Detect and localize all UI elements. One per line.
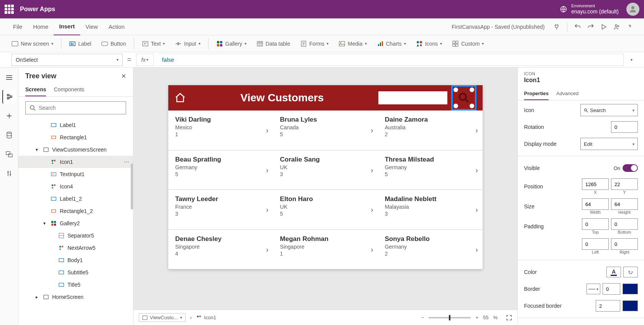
tree-node[interactable]: Label1 [18, 119, 133, 131]
position-y-input[interactable] [611, 178, 638, 190]
tree-node[interactable]: Label1_2 [18, 193, 133, 205]
home-icon[interactable] [174, 92, 186, 104]
button-button[interactable]: Button [97, 38, 130, 50]
chevron-down-icon[interactable]: ▾ [34, 147, 40, 153]
tree-node[interactable]: Subtitle5 [18, 266, 133, 279]
waffle-icon[interactable] [5, 5, 14, 14]
media-button[interactable]: Media▾ [335, 38, 370, 50]
environment-selector[interactable]: Environment enayu.com (default) [560, 3, 619, 15]
color-reset-button[interactable] [623, 267, 638, 277]
scrollbar[interactable] [131, 163, 133, 210]
advanced-tools-icon[interactable] [2, 167, 16, 180]
padding-top-input[interactable] [582, 218, 609, 230]
chevron-right-icon[interactable]: › [266, 165, 269, 174]
tree-search[interactable] [25, 101, 126, 114]
chevron-right-icon[interactable]: › [475, 245, 478, 254]
chevron-right-icon[interactable]: › [371, 126, 373, 135]
tree-node[interactable]: Icon4 [18, 180, 133, 193]
icon-prop-select[interactable]: Search▾ [580, 104, 638, 116]
gallery-cell[interactable]: Beau SpratlingGermany5› [168, 150, 273, 190]
hamburger-icon[interactable] [2, 71, 16, 84]
chevron-right-icon[interactable]: ▸ [34, 294, 40, 300]
gallery-cell[interactable]: Elton HaroUK5› [273, 190, 378, 230]
data-table-button[interactable]: Data table [253, 38, 294, 50]
close-icon[interactable]: ✕ [121, 73, 126, 80]
chevron-down-icon[interactable]: ▾ [41, 220, 48, 226]
gallery-cell[interactable]: Sonya RebelloGermany2› [378, 230, 483, 270]
text-button[interactable]: Text▾ [138, 38, 169, 50]
tree-node[interactable]: Separator5 [18, 229, 133, 242]
focused-border-input[interactable] [596, 300, 620, 312]
tree-node[interactable]: Rectangle1 [18, 131, 133, 144]
chevron-right-icon[interactable]: › [475, 165, 478, 174]
chevron-right-icon[interactable]: › [266, 245, 269, 254]
chevron-right-icon[interactable]: › [266, 126, 269, 135]
tree-node[interactable]: TextInput1 [18, 168, 133, 180]
tree-node[interactable]: ▸HomeScreen [18, 291, 133, 303]
menu-insert[interactable]: Insert [54, 18, 80, 35]
zoom-slider[interactable] [429, 317, 471, 318]
gallery-button[interactable]: Gallery▾ [212, 38, 250, 50]
tab-advanced[interactable]: Advanced [556, 87, 578, 100]
visible-toggle[interactable] [623, 164, 638, 172]
tab-properties[interactable]: Properties [524, 87, 549, 100]
forms-button[interactable]: Forms▾ [296, 38, 333, 50]
input-button[interactable]: Input▾ [171, 38, 204, 50]
menu-action[interactable]: Action [103, 18, 130, 35]
border-style-select[interactable]: ▾ [586, 284, 600, 294]
chevron-right-icon[interactable]: › [475, 205, 478, 214]
chevron-right-icon[interactable]: › [371, 245, 373, 254]
gallery-cell[interactable]: Megan RohmanSingapore1› [273, 230, 378, 270]
media-panel-icon[interactable] [2, 147, 16, 161]
border-width-input[interactable] [603, 283, 620, 295]
undo-icon[interactable] [571, 20, 584, 33]
redo-icon[interactable] [584, 20, 597, 33]
gallery-cell[interactable]: Madaline NeblettMalayasia3› [378, 190, 483, 230]
gallery-cell[interactable]: Viki DarlingMexico1› [168, 111, 273, 150]
tab-screens[interactable]: Screens [25, 83, 46, 96]
tree-node[interactable]: ▾Gallery2 [18, 217, 133, 229]
menu-view[interactable]: View [80, 18, 103, 35]
charts-button[interactable]: Charts▾ [373, 38, 410, 50]
user-avatar[interactable] [626, 3, 639, 16]
tab-components[interactable]: Components [54, 83, 84, 96]
breadcrumb-screen[interactable]: ViewCusto...▾ [139, 313, 186, 322]
share-icon[interactable] [610, 20, 623, 33]
more-icon[interactable]: ⋯ [124, 159, 129, 165]
zoom-minus[interactable]: − [421, 315, 424, 320]
property-selector[interactable]: OnSelect▾ [12, 54, 123, 66]
play-icon[interactable] [597, 20, 610, 33]
gallery-cell[interactable]: Denae ChesleySingapore4› [168, 230, 273, 270]
chevron-right-icon[interactable]: › [371, 165, 373, 174]
fx-button[interactable]: fx▾ [136, 54, 154, 66]
tree-node[interactable]: ▾ViewCustomersScreen [18, 144, 133, 156]
app-checker-icon[interactable] [550, 20, 563, 33]
focused-border-color-swatch[interactable] [623, 300, 638, 311]
gallery-cell[interactable]: Tawny LeederFrance3› [168, 190, 273, 230]
border-color-swatch[interactable] [623, 284, 638, 294]
gallery-cell[interactable]: Daine ZamoraAustralia2› [378, 111, 483, 150]
menu-home[interactable]: Home [28, 18, 54, 35]
selected-search-icon[interactable] [451, 85, 476, 111]
gallery-cell[interactable]: Bruna LylesCanada5› [273, 111, 378, 150]
menu-file[interactable]: File [8, 18, 28, 35]
tree-node[interactable]: Icon1⋯ [18, 156, 133, 168]
width-input[interactable] [582, 198, 609, 210]
height-input[interactable] [611, 198, 638, 210]
label-button[interactable]: Label [65, 38, 95, 50]
color-button[interactable]: A [606, 267, 621, 277]
chevron-right-icon[interactable]: › [266, 205, 269, 214]
custom-button[interactable]: Custom▾ [448, 38, 488, 50]
chevron-right-icon[interactable]: › [371, 205, 373, 214]
tree-node[interactable]: NextArrow5 [18, 242, 133, 254]
app-search-input[interactable] [378, 91, 447, 104]
breadcrumb-item[interactable]: Icon1 [196, 315, 216, 320]
zoom-plus[interactable]: + [475, 315, 478, 320]
padding-bottom-input[interactable] [611, 218, 638, 230]
new-screen-button[interactable]: New screen▾ [8, 38, 57, 50]
add-icon[interactable] [2, 109, 16, 123]
formula-input[interactable]: false [158, 54, 624, 66]
tree-node[interactable]: Body1 [18, 254, 133, 266]
tree-search-input[interactable] [39, 105, 122, 111]
help-icon[interactable] [623, 20, 636, 33]
